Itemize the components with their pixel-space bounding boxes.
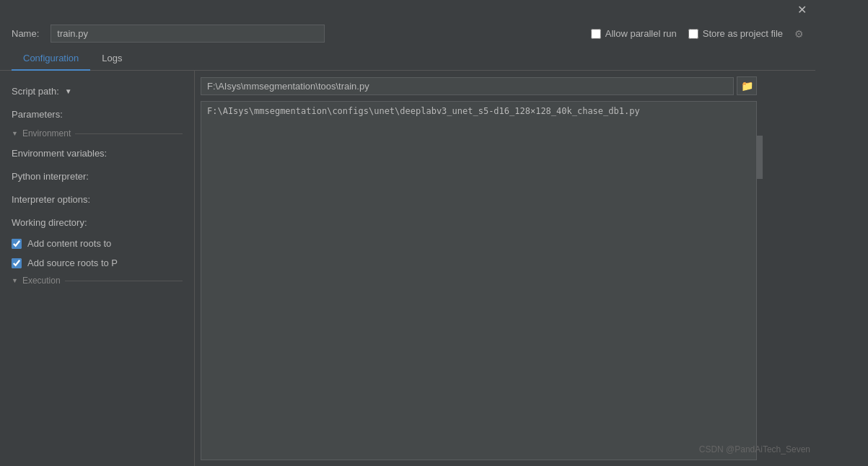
interpreter-options-label: Interpreter options: <box>12 194 90 205</box>
environment-divider <box>75 133 183 134</box>
right-scrollbar-thumb[interactable] <box>757 136 763 179</box>
left-panel: Script path: ▼ Parameters: ▼ Environment… <box>0 71 195 466</box>
allow-parallel-run-text: Allow parallel run <box>605 28 677 39</box>
script-path-row: Script path: ▼ <box>0 79 194 102</box>
working-directory-row: Working directory: <box>0 211 194 234</box>
folder-icon: 📁 <box>741 80 753 92</box>
python-interpreter-label: Python interpreter: <box>12 171 89 182</box>
add-source-roots-label: Add source roots to P <box>27 258 118 268</box>
environment-section-header: ▼ Environment <box>0 126 194 141</box>
add-content-roots-row: Add content roots to <box>0 234 194 253</box>
right-sidebar <box>763 71 815 466</box>
close-button[interactable]: ✕ <box>793 3 811 17</box>
environment-variables-row: Environment variables: <box>0 141 194 164</box>
execution-label: Execution <box>22 276 61 286</box>
execution-divider <box>65 281 183 281</box>
watermark: CSDN @PandAiTech_Seven <box>699 444 810 454</box>
parameters-label: Parameters: <box>12 109 63 120</box>
tab-logs[interactable]: Logs <box>90 47 133 71</box>
environment-label: Environment <box>22 128 71 139</box>
add-content-roots-checkbox[interactable] <box>12 239 22 249</box>
name-input[interactable] <box>51 25 325 43</box>
add-content-roots-label: Add content roots to <box>27 238 111 249</box>
allow-parallel-run-label[interactable]: Allow parallel run <box>591 28 677 39</box>
right-scrollbar[interactable] <box>757 136 763 466</box>
header-row: Name: Allow parallel run Store as projec… <box>0 20 815 47</box>
tab-configuration[interactable]: Configuration <box>12 47 90 71</box>
python-interpreter-row: Python interpreter: <box>0 164 194 188</box>
allow-parallel-run-checkbox[interactable] <box>591 29 601 39</box>
parameters-input[interactable]: F:\AIsys\mmsegmentation\configs\unet\dee… <box>201 101 757 460</box>
script-path-input-row: 📁 <box>201 76 757 95</box>
right-panel: 📁 F:\AIsys\mmsegmentation\configs\unet\d… <box>195 71 763 466</box>
execution-arrow[interactable]: ▼ <box>12 277 18 284</box>
parameters-row: Parameters: <box>0 102 194 126</box>
environment-variables-label: Environment variables: <box>12 148 107 159</box>
store-as-project-file-text: Store as project file <box>703 28 783 39</box>
folder-button[interactable]: 📁 <box>737 76 757 95</box>
name-label: Name: <box>12 28 39 39</box>
gear-icon[interactable]: ⚙ <box>794 28 804 40</box>
interpreter-options-row: Interpreter options: <box>0 188 194 211</box>
store-as-project-file-label[interactable]: Store as project file <box>688 28 783 39</box>
header-options: Allow parallel run Store as project file… <box>591 28 804 40</box>
add-source-roots-checkbox[interactable] <box>12 258 22 268</box>
script-path-label: Script path: <box>12 86 59 97</box>
store-as-project-file-checkbox[interactable] <box>688 29 698 39</box>
title-bar: ✕ <box>0 0 815 20</box>
execution-section-header: ▼ Execution <box>0 273 194 289</box>
main-content: Script path: ▼ Parameters: ▼ Environment… <box>0 71 815 466</box>
environment-arrow[interactable]: ▼ <box>12 130 18 137</box>
add-source-roots-row: Add source roots to P <box>0 253 194 273</box>
script-path-dropdown-arrow[interactable]: ▼ <box>65 87 72 95</box>
working-directory-label: Working directory: <box>12 217 87 228</box>
script-path-input[interactable] <box>201 77 734 95</box>
tabs-row: Configuration Logs <box>0 47 815 71</box>
